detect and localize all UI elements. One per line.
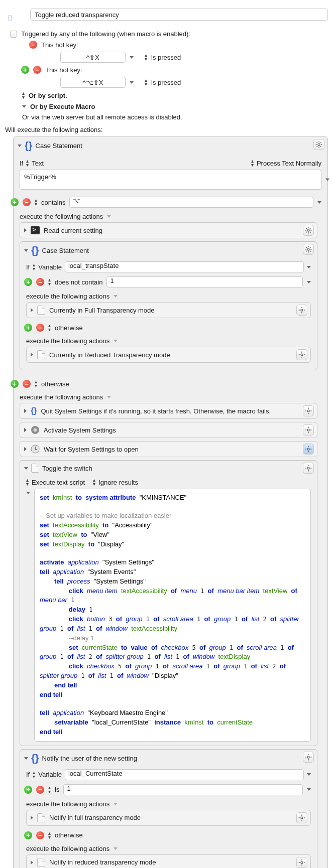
chevron-down-icon[interactable]: [114, 847, 118, 850]
chevron-down-icon[interactable]: [307, 773, 311, 776]
if-type[interactable]: Variable: [38, 771, 62, 778]
ignore-results[interactable]: Ignore results: [98, 479, 138, 486]
branch-op[interactable]: is: [55, 786, 59, 793]
action-gear-button[interactable]: [313, 139, 324, 150]
action-gear-button[interactable]: [303, 463, 314, 474]
variable-input[interactable]: local_transpState: [65, 261, 304, 272]
case-statement-action[interactable]: {} Case Statement If Text Process Text N…: [13, 136, 328, 868]
disclosure-toggle[interactable]: [24, 467, 28, 470]
macro-title-input[interactable]: [30, 9, 328, 21]
add-branch-button[interactable]: +: [11, 380, 19, 388]
script-trigger-label[interactable]: Or by script.: [29, 92, 67, 99]
action-gear-button[interactable]: [296, 812, 307, 823]
branch-op[interactable]: does not contain: [55, 278, 102, 286]
hotkey-input[interactable]: ^⌥⇧X: [60, 77, 126, 88]
chevron-down-icon[interactable]: [130, 81, 134, 84]
disclosure-toggle[interactable]: [24, 409, 27, 413]
branch-value-input[interactable]: ⌥: [69, 197, 313, 208]
case-statement-action[interactable]: {} Notify the user of the new setting If…: [20, 749, 317, 868]
branch-value-input[interactable]: 1: [63, 784, 303, 795]
branch-op[interactable]: otherwise: [55, 831, 83, 839]
text-input[interactable]: %Trigger%: [20, 170, 321, 190]
stepper-icon[interactable]: [48, 277, 51, 286]
disclosure-toggle[interactable]: [31, 308, 33, 312]
hotkey-input[interactable]: ^⇧X: [60, 52, 126, 63]
stepper-icon[interactable]: [26, 159, 29, 168]
variable-input[interactable]: local_CurrentState: [65, 769, 304, 780]
stepper-icon[interactable]: [22, 91, 25, 100]
chevron-down-icon[interactable]: [107, 396, 111, 398]
chevron-down-icon[interactable]: [307, 281, 311, 283]
action-gear-button[interactable]: [303, 444, 314, 455]
stepper-icon[interactable]: [33, 262, 35, 271]
add-trigger-button[interactable]: +: [21, 66, 29, 74]
chevron-down-icon[interactable]: [114, 295, 118, 298]
execute-mode[interactable]: Execute text script: [32, 479, 85, 486]
chevron-down-icon[interactable]: [114, 803, 118, 805]
chevron-down-icon[interactable]: [107, 215, 111, 218]
stepper-icon[interactable]: [33, 770, 35, 779]
action-row[interactable]: Notify in full transparency mode: [26, 810, 311, 826]
chevron-down-icon[interactable]: [130, 56, 134, 59]
action-row[interactable]: Currently in Full Transparency mode: [26, 302, 311, 318]
stepper-icon[interactable]: [48, 831, 51, 840]
branch-value-input[interactable]: 1: [106, 276, 303, 287]
stepper-icon[interactable]: [48, 323, 51, 332]
action-gear-button[interactable]: [296, 305, 307, 316]
action-gear-button[interactable]: [303, 244, 314, 255]
action-row[interactable]: Activate System Settings: [20, 422, 317, 438]
disclosure-toggle[interactable]: [31, 860, 33, 864]
chevron-down-icon[interactable]: [325, 179, 329, 181]
stepper-icon[interactable]: [48, 785, 51, 794]
stepper-icon[interactable]: [93, 478, 95, 487]
add-branch-button[interactable]: +: [11, 198, 19, 206]
branch-op[interactable]: contains: [41, 199, 65, 206]
action-row[interactable]: {} Quit System Settings if it's running,…: [20, 403, 317, 419]
action-gear-button[interactable]: [303, 424, 314, 436]
disclosure-toggle[interactable]: [24, 757, 28, 760]
case-statement-action[interactable]: {} Case Statement If Variable local_tran…: [20, 241, 317, 370]
remove-branch-button[interactable]: −: [23, 380, 31, 388]
enable-trigger-checkbox[interactable]: [10, 31, 17, 38]
action-gear-button[interactable]: [303, 752, 314, 763]
stepper-icon[interactable]: [145, 53, 147, 62]
add-branch-button[interactable]: +: [24, 831, 32, 839]
chevron-down-icon[interactable]: [307, 788, 311, 791]
disclosure-toggle[interactable]: [26, 492, 30, 494]
action-gear-button[interactable]: [296, 349, 307, 360]
action-gear-button[interactable]: [303, 225, 314, 236]
action-row[interactable]: >_ Read current setting: [20, 222, 317, 238]
action-gear-button[interactable]: [296, 857, 307, 868]
stepper-icon[interactable]: [251, 159, 254, 168]
branch-op[interactable]: otherwise: [41, 380, 69, 388]
disclosure-toggle[interactable]: [24, 447, 27, 451]
stepper-icon[interactable]: [35, 198, 37, 207]
add-branch-button[interactable]: +: [24, 324, 32, 332]
branch-op[interactable]: otherwise: [55, 324, 83, 332]
chevron-down-icon[interactable]: [22, 105, 26, 108]
remove-branch-button[interactable]: −: [23, 198, 31, 206]
exec-macro-trigger-label[interactable]: Or by Execute Macro: [30, 103, 95, 110]
remove-branch-button[interactable]: −: [36, 278, 44, 286]
hotkey-mode[interactable]: is pressed: [151, 54, 181, 61]
process-text-label[interactable]: Process Text Normally: [257, 160, 321, 167]
disclosure-toggle[interactable]: [18, 144, 22, 147]
action-row[interactable]: Notify in reduced transparency mode: [26, 854, 311, 868]
execute-script-action[interactable]: Toggle the switch Execute text script Ig…: [20, 460, 317, 746]
hotkey-mode[interactable]: is pressed: [151, 79, 181, 86]
add-branch-button[interactable]: +: [24, 278, 32, 286]
remove-trigger-button[interactable]: −: [29, 41, 37, 49]
add-branch-button[interactable]: +: [24, 786, 32, 794]
remove-branch-button[interactable]: −: [36, 786, 44, 794]
if-type[interactable]: Text: [32, 160, 44, 167]
chevron-down-icon[interactable]: [307, 266, 311, 268]
chevron-down-icon[interactable]: [317, 201, 321, 204]
if-type[interactable]: Variable: [38, 263, 62, 271]
remove-branch-button[interactable]: −: [36, 324, 44, 332]
disclosure-toggle[interactable]: [24, 428, 27, 432]
action-gear-button[interactable]: [303, 405, 314, 416]
stepper-icon[interactable]: [35, 379, 37, 388]
script-text[interactable]: set kmInst to system attribute "KMINSTAN…: [34, 489, 311, 742]
stepper-icon[interactable]: [145, 78, 147, 87]
disclosure-toggle[interactable]: [31, 816, 33, 820]
